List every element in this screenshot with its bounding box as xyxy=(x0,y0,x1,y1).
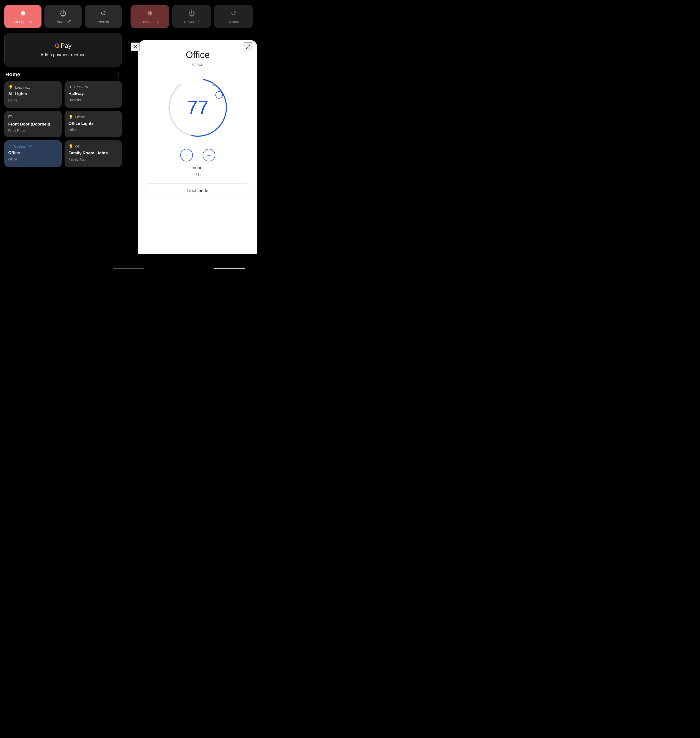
family-room-icon: 💡 xyxy=(68,144,73,149)
left-panel: ✱ Emergency ⏻ Power off ↺ Restart G Pay … xyxy=(0,0,126,271)
device-card-family-room[interactable]: 💡 Off Family Room Lights Family Room xyxy=(65,140,122,167)
thermostat-card: Office Office 77 − + Indoor 75 xyxy=(138,40,257,254)
device-card-office[interactable]: 🌡 Cooling · 77 Office Office xyxy=(4,140,62,167)
office-lights-status: Offline xyxy=(75,115,85,119)
home-section: Home ⋮ 💡 Loading... All Lights Home 🌡 Co… xyxy=(4,71,122,167)
svg-point-3 xyxy=(213,83,215,86)
indoor-label: Indoor xyxy=(191,165,204,171)
all-lights-name: All Lights xyxy=(8,91,58,96)
dial-temperature: 77 xyxy=(187,96,209,119)
right-power-off-label: Power off xyxy=(184,20,199,24)
right-panel: ✱ Emergency ⏻ Power off ↺ Restart ✕ Offi… xyxy=(126,0,257,271)
thermostat-room-name: Office xyxy=(186,50,210,60)
office-lights-location: Office xyxy=(68,128,118,132)
emergency-label: Emergency xyxy=(14,20,32,24)
family-room-name: Family Room Lights xyxy=(68,151,118,156)
power-off-label: Power off xyxy=(55,20,71,24)
emergency-button[interactable]: ✱ Emergency xyxy=(4,5,41,28)
home-menu-icon[interactable]: ⋮ xyxy=(116,71,121,78)
all-lights-status: Loading... xyxy=(15,85,30,89)
thermostat-room-sub: Office xyxy=(192,62,204,67)
quick-actions-left: ✱ Emergency ⏻ Power off ↺ Restart xyxy=(4,5,122,28)
device-card-family-room-header: 💡 Off xyxy=(68,144,118,149)
home-header: Home ⋮ xyxy=(4,71,122,78)
gpay-subtitle: Add a payment method xyxy=(41,52,86,57)
office-thermo-status: Cooling · 77 xyxy=(14,144,32,148)
right-emergency-button[interactable]: ✱ Emergency xyxy=(131,5,169,28)
restart-label: Restart xyxy=(97,20,109,24)
right-emergency-label: Emergency xyxy=(141,20,159,24)
device-card-hallway-header: 🌡 Cool · 76 xyxy=(68,85,118,89)
right-restart-label: Restart xyxy=(228,20,239,24)
cool-mode-button[interactable]: Cool mode xyxy=(146,184,250,198)
office-thermo-location: Office xyxy=(8,157,58,161)
right-top-bar: ✱ Emergency ⏻ Power off ↺ Restart xyxy=(126,0,257,33)
restart-icon: ↺ xyxy=(100,9,106,17)
gpay-pay: Pay xyxy=(61,42,72,50)
emergency-icon: ✱ xyxy=(20,9,26,17)
right-emergency-icon: ✱ xyxy=(147,9,153,17)
device-card-office-header: 🌡 Cooling · 77 xyxy=(8,144,58,149)
hallway-location: Upstairs xyxy=(68,98,118,102)
device-card-all-lights[interactable]: 💡 Loading... All Lights Home xyxy=(4,81,62,108)
right-restart-icon: ↺ xyxy=(231,9,236,17)
all-lights-location: Home xyxy=(8,98,58,102)
hallway-icon: 🌡 xyxy=(68,85,72,89)
front-door-icon xyxy=(8,115,13,120)
overlay-controls: ✕ xyxy=(126,43,257,51)
hallway-name: Hallway xyxy=(68,91,118,96)
device-card-front-door[interactable]: Front Door (Doorbell) Front Room xyxy=(4,111,62,137)
home-indicator-right xyxy=(213,268,245,269)
gpay-g: G xyxy=(54,42,59,50)
right-power-off-icon: ⏻ xyxy=(188,9,195,17)
device-grid: 💡 Loading... All Lights Home 🌡 Cool · 76… xyxy=(4,81,122,167)
device-card-front-door-header xyxy=(8,115,58,120)
gpay-logo: G Pay xyxy=(54,42,71,50)
decrease-temp-button[interactable]: − xyxy=(180,149,193,161)
front-door-name: Front Door (Doorbell) xyxy=(8,122,58,127)
all-lights-icon: 💡 xyxy=(8,85,13,90)
increase-temp-button[interactable]: + xyxy=(203,149,215,161)
close-button[interactable]: ✕ xyxy=(131,43,140,51)
svg-point-4 xyxy=(216,91,222,98)
hallway-status: Cool · 76 xyxy=(74,85,88,89)
gpay-card[interactable]: G Pay Add a payment method xyxy=(4,33,122,66)
thermostat-dial[interactable]: 77 xyxy=(164,74,232,141)
office-thermo-icon: 🌡 xyxy=(8,144,12,149)
device-card-hallway[interactable]: 🌡 Cool · 76 Hallway Upstairs xyxy=(65,81,122,108)
family-room-location: Family Room xyxy=(68,158,118,161)
indoor-temp: 75 xyxy=(195,171,201,178)
office-lights-name: Office Lights xyxy=(68,121,118,126)
right-power-off-button[interactable]: ⏻ Power off xyxy=(172,5,211,28)
family-room-status: Off xyxy=(75,145,79,149)
thermostat-controls: − + xyxy=(180,149,215,161)
office-lights-icon: 💡 xyxy=(68,115,73,119)
indoor-section: Indoor 75 xyxy=(191,165,204,178)
device-card-office-lights-header: 💡 Offline xyxy=(68,115,118,119)
device-card-all-lights-header: 💡 Loading... xyxy=(8,85,58,90)
office-thermo-name: Office xyxy=(8,150,58,155)
expand-button[interactable] xyxy=(244,43,252,51)
device-card-office-lights[interactable]: 💡 Offline Office Lights Office xyxy=(65,111,122,137)
front-door-location: Front Room xyxy=(8,129,58,133)
power-off-icon: ⏻ xyxy=(60,9,66,17)
power-off-button[interactable]: ⏻ Power off xyxy=(44,5,81,28)
home-title: Home xyxy=(5,71,20,78)
right-restart-button[interactable]: ↺ Restart xyxy=(214,5,253,28)
restart-button[interactable]: ↺ Restart xyxy=(85,5,122,28)
